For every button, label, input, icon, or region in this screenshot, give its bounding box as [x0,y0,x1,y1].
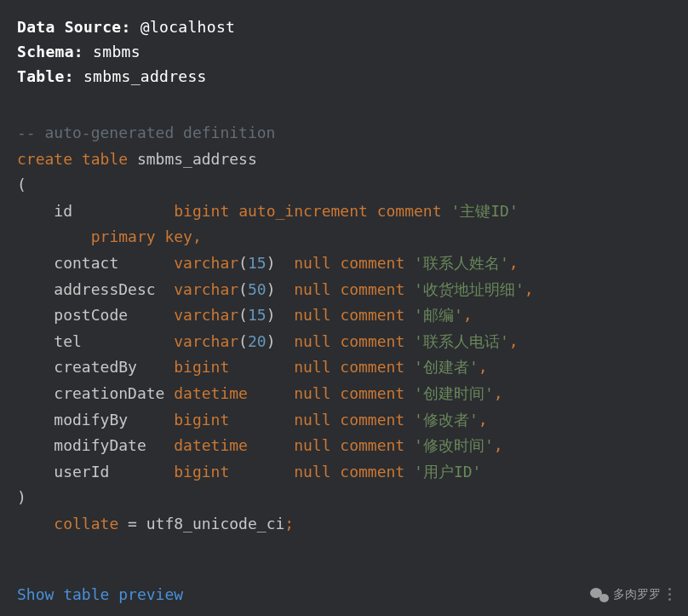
wechat-icon [590,587,609,602]
create-keyword: create [17,150,72,168]
table-keyword: table [82,150,128,168]
header-block: Data Source: @localhost Schema: smbms Ta… [17,15,671,88]
schema-line: Schema: smbms [17,40,671,63]
table-line: Table: smbms_address [17,65,671,88]
code-comment: -- auto-generated definition [17,124,275,141]
dots-icon [668,588,671,601]
watermark: 多肉罗罗 [590,585,671,603]
collate-keyword: collate [54,515,118,533]
open-paren: ( [17,176,26,193]
show-preview-link[interactable]: Show table preview [17,583,183,606]
footer: Show table preview 多肉罗罗 [17,583,671,606]
table-name: smbms_address [137,150,257,168]
close-paren: ) [17,488,26,506]
data-source-line: Data Source: @localhost [17,15,671,38]
sql-code-block: -- auto-generated definition create tabl… [17,120,671,538]
